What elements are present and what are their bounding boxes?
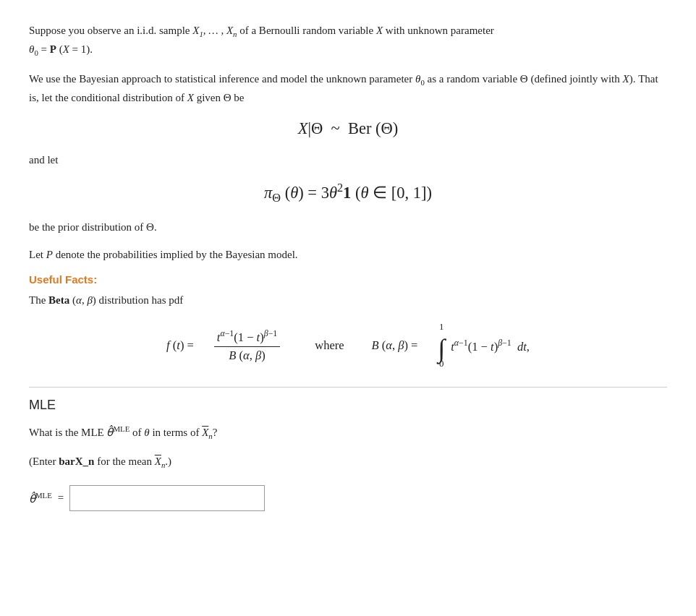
- let-p-paragraph: Let P denote the probabilities implied b…: [29, 246, 667, 263]
- beta-denominator: B (α, β): [226, 347, 268, 363]
- mle-question: What is the MLE θ̂MLE of θ in terms of X…: [29, 423, 667, 442]
- main-content: Suppose you observe an i.i.d. sample X1,…: [29, 22, 667, 511]
- sample-notation: X1, … , Xn: [192, 25, 237, 36]
- beta-integral: 1 ∫ 0 tα−1(1 − t)β−1 dt,: [438, 322, 530, 369]
- answer-row: θ̂MLE =: [29, 485, 667, 511]
- where-label: where: [315, 338, 344, 353]
- useful-facts-label: Useful Facts:: [29, 273, 667, 286]
- theta-hat-mle-label: θ̂MLE: [29, 491, 52, 505]
- integral-integrand: tα−1(1 − t)β−1 dt,: [451, 338, 530, 354]
- beta-pdf-formula: f (t) = tα−1(1 − t)β−1 B (α, β) where B …: [29, 322, 667, 369]
- intro-paragraph-1: Suppose you observe an i.i.d. sample X1,…: [29, 22, 667, 60]
- enter-hint: (Enter barX_n for the mean Xn.): [29, 453, 667, 471]
- ft-label: f (t) =: [166, 338, 194, 353]
- and-let-label: and let: [29, 151, 667, 168]
- equals-sign: =: [58, 492, 64, 504]
- beta-function-def: B (α, β) =: [372, 338, 418, 353]
- beta-fraction: tα−1(1 − t)β−1 B (α, β): [214, 328, 280, 363]
- beta-distribution-text: The Beta (α, β) distribution has pdf: [29, 291, 667, 309]
- prior-distribution-label: be the prior distribution of Θ.: [29, 218, 667, 236]
- mle-answer-input[interactable]: [69, 485, 265, 511]
- mle-section-title: MLE: [29, 398, 667, 413]
- beta-numerator: tα−1(1 − t)β−1: [214, 328, 280, 347]
- prior-distribution-formula: πΘ (θ) = 3θ21 (θ ∈ [0, 1]): [29, 181, 667, 205]
- ber-distribution-formula: X|Θ ~ Ber (Θ): [29, 119, 667, 138]
- section-divider: [29, 387, 667, 388]
- bayesian-paragraph: We use the Bayesian approach to statisti…: [29, 70, 667, 106]
